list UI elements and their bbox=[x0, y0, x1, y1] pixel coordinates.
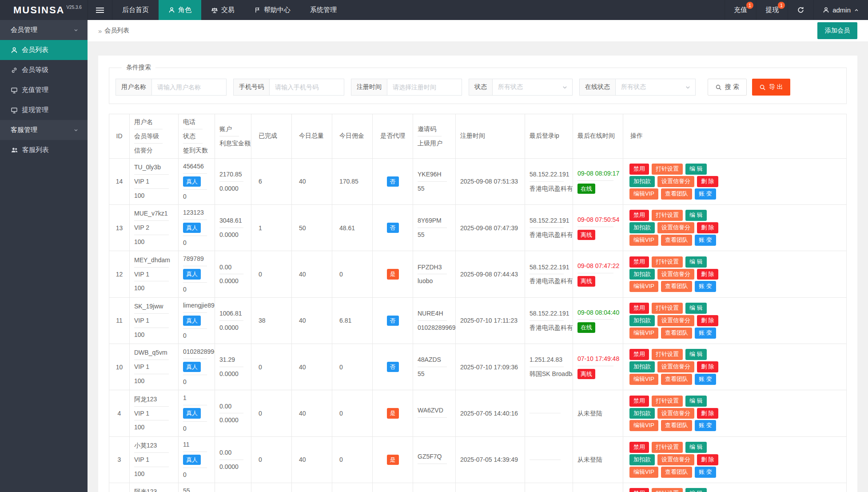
action-button[interactable]: 编 辑 bbox=[685, 164, 707, 175]
action-button[interactable]: 编 辑 bbox=[685, 256, 707, 268]
sidebar-item-member-level[interactable]: 会员等级 bbox=[0, 60, 88, 80]
sidebar-item-recharge-management[interactable]: 充值管理 bbox=[0, 80, 88, 100]
action-button[interactable]: 账 变 bbox=[695, 188, 716, 200]
action-button[interactable]: 设置信誉分 bbox=[657, 361, 694, 372]
phone-input[interactable] bbox=[270, 79, 344, 96]
action-button[interactable]: 打针设置 bbox=[652, 442, 683, 453]
action-button[interactable]: 账 变 bbox=[695, 374, 716, 385]
action-button[interactable]: 查看团队 bbox=[661, 281, 692, 292]
nav-item-help-center[interactable]: 帮助中心 bbox=[244, 0, 300, 20]
action-button[interactable]: 禁用 bbox=[629, 442, 649, 453]
action-button[interactable]: 禁用 bbox=[629, 396, 649, 407]
nav-item-transactions[interactable]: 交易 bbox=[201, 0, 244, 20]
action-button[interactable]: 删 除 bbox=[697, 222, 718, 233]
cell-total: 40 bbox=[292, 251, 332, 297]
action-button[interactable]: 编 辑 bbox=[685, 396, 707, 407]
nav-item-roles[interactable]: 角色 bbox=[159, 0, 201, 20]
action-button[interactable]: 禁用 bbox=[629, 210, 649, 221]
action-button[interactable]: 设置信誉分 bbox=[657, 222, 694, 233]
withdraw-link[interactable]: 提现 1 bbox=[756, 0, 788, 20]
recharge-link[interactable]: 充值 1 bbox=[725, 0, 756, 20]
cell-divider bbox=[219, 320, 243, 321]
action-button[interactable]: 编 辑 bbox=[685, 349, 707, 360]
action-button[interactable]: 账 变 bbox=[695, 281, 716, 292]
action-button[interactable]: 设置信誉分 bbox=[657, 408, 694, 419]
sidebar-item-withdraw-management[interactable]: 提现管理 bbox=[0, 100, 88, 120]
action-button[interactable]: 禁用 bbox=[629, 256, 649, 268]
action-button[interactable]: 打针设置 bbox=[652, 349, 683, 360]
action-button[interactable]: 加扣款 bbox=[629, 361, 655, 372]
action-button[interactable]: 编辑VIP bbox=[629, 281, 658, 292]
refresh-button[interactable] bbox=[788, 0, 813, 20]
action-button[interactable]: 删 除 bbox=[697, 408, 718, 419]
action-button[interactable]: 加扣款 bbox=[629, 176, 655, 187]
search-button[interactable]: 搜 索 bbox=[708, 79, 747, 96]
col-header-commission: 今日佣金 bbox=[332, 114, 373, 159]
action-button[interactable]: 编 辑 bbox=[685, 303, 707, 314]
sidebar-section-member-management[interactable]: 会员管理 bbox=[0, 20, 88, 40]
username-input[interactable] bbox=[152, 79, 227, 96]
cell-text: 0.0000 bbox=[219, 277, 247, 285]
status-select[interactable]: 所有状态 bbox=[493, 79, 573, 96]
cell-account: 0.000.0000 bbox=[215, 251, 251, 297]
action-button[interactable]: 编辑VIP bbox=[629, 420, 658, 431]
action-button[interactable]: 打针设置 bbox=[652, 303, 683, 314]
action-button[interactable]: 禁用 bbox=[629, 488, 649, 492]
balance-scale-icon bbox=[211, 7, 218, 14]
action-button[interactable]: 编辑VIP bbox=[629, 188, 658, 200]
action-button[interactable]: 设置信誉分 bbox=[657, 176, 694, 187]
sidebar-item-service-list[interactable]: 客服列表 bbox=[0, 140, 88, 160]
sidebar-toggle-button[interactable] bbox=[88, 0, 112, 20]
action-button[interactable]: 账 变 bbox=[695, 420, 716, 431]
action-button[interactable]: 账 变 bbox=[695, 328, 716, 339]
action-button[interactable]: 禁用 bbox=[629, 303, 649, 314]
action-button[interactable]: 删 除 bbox=[697, 361, 718, 372]
action-button[interactable]: 编辑VIP bbox=[629, 467, 658, 478]
cell-divider bbox=[183, 236, 207, 236]
regtime-input[interactable] bbox=[387, 79, 462, 96]
action-button[interactable]: 加扣款 bbox=[629, 222, 655, 233]
action-button[interactable]: 设置信誉分 bbox=[657, 315, 694, 326]
action-button[interactable]: 打针设置 bbox=[652, 488, 683, 492]
sidebar-item-member-list[interactable]: 会员列表 bbox=[0, 40, 88, 60]
action-button[interactable]: 打针设置 bbox=[652, 396, 683, 407]
action-button[interactable]: 删 除 bbox=[697, 454, 718, 465]
action-button[interactable]: 编 辑 bbox=[685, 210, 707, 221]
action-button[interactable]: 查看团队 bbox=[661, 188, 692, 200]
action-button[interactable]: 编辑VIP bbox=[629, 328, 658, 339]
action-button[interactable]: 加扣款 bbox=[629, 269, 655, 280]
action-button[interactable]: 编 辑 bbox=[685, 488, 707, 492]
action-button[interactable]: 删 除 bbox=[697, 315, 718, 326]
action-button[interactable]: 加扣款 bbox=[629, 454, 655, 465]
export-button[interactable]: 导 出 bbox=[752, 79, 790, 96]
sidebar-section-service-management[interactable]: 客服管理 bbox=[0, 120, 88, 140]
action-button[interactable]: 设置信誉分 bbox=[657, 269, 694, 280]
action-button[interactable]: 查看团队 bbox=[661, 467, 692, 478]
action-button[interactable]: 编辑VIP bbox=[629, 235, 658, 246]
cell-text: 48AZDS bbox=[418, 356, 451, 364]
action-button[interactable]: 打针设置 bbox=[652, 256, 683, 268]
action-button[interactable]: 查看团队 bbox=[661, 328, 692, 339]
action-button[interactable]: 账 变 bbox=[695, 235, 716, 246]
nav-item-dashboard[interactable]: 后台首页 bbox=[112, 0, 159, 20]
online-status-select[interactable]: 所有状态 bbox=[616, 79, 696, 96]
action-button[interactable]: 加扣款 bbox=[629, 315, 655, 326]
action-button[interactable]: 打针设置 bbox=[652, 164, 683, 175]
action-button[interactable]: 账 变 bbox=[695, 467, 716, 478]
admin-user-menu[interactable]: admin bbox=[813, 0, 868, 20]
action-button[interactable]: 编辑VIP bbox=[629, 374, 658, 385]
action-button[interactable]: 删 除 bbox=[697, 269, 718, 280]
action-button[interactable]: 查看团队 bbox=[661, 420, 692, 431]
action-button[interactable]: 查看团队 bbox=[661, 374, 692, 385]
action-button[interactable]: 禁用 bbox=[629, 164, 649, 175]
action-button[interactable]: 查看团队 bbox=[661, 235, 692, 246]
action-button[interactable]: 打针设置 bbox=[652, 210, 683, 221]
action-button[interactable]: 加扣款 bbox=[629, 408, 655, 419]
action-button[interactable]: 禁用 bbox=[629, 349, 649, 360]
nav-item-system[interactable]: 系统管理 bbox=[300, 0, 346, 20]
add-member-button[interactable]: 添加会员 bbox=[817, 22, 857, 39]
action-button[interactable]: 编 辑 bbox=[685, 442, 707, 453]
action-button[interactable]: 设置信誉分 bbox=[657, 454, 694, 465]
action-button[interactable]: 删 除 bbox=[697, 176, 718, 187]
cell-text: 100 bbox=[134, 284, 174, 292]
